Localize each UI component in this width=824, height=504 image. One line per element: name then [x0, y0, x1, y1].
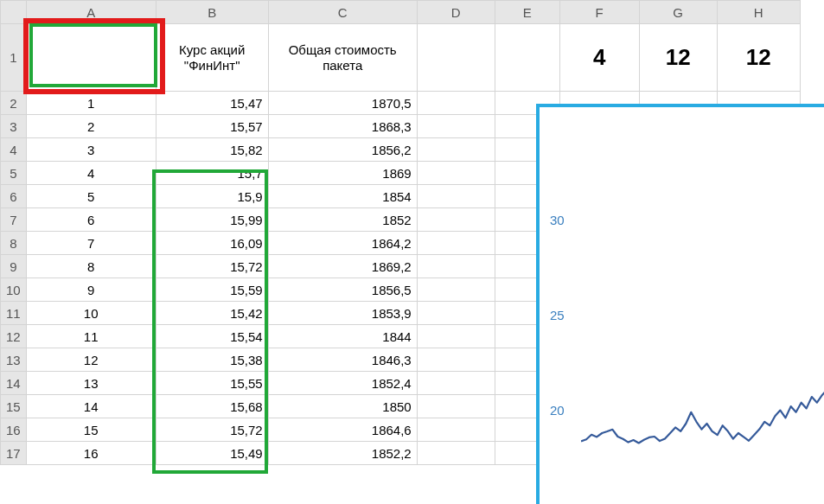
col-header-H[interactable]: H	[717, 1, 800, 24]
row-header[interactable]: 10	[1, 278, 27, 302]
cell-C[interactable]: 1852,4	[268, 372, 417, 395]
row-header[interactable]: 13	[1, 348, 27, 372]
cell-C[interactable]: 1856,2	[268, 138, 417, 162]
cell-B[interactable]: 15,9	[156, 185, 268, 208]
cell-D[interactable]	[417, 185, 495, 208]
cell-B[interactable]: 15,38	[156, 348, 268, 372]
row-header[interactable]: 9	[1, 255, 27, 278]
col-header-G[interactable]: G	[639, 1, 717, 24]
cell-C[interactable]: 1856,5	[268, 278, 417, 302]
embedded-chart[interactable]: 30 25 20	[536, 104, 824, 504]
cell-C[interactable]: 1852	[268, 208, 417, 232]
row-header[interactable]: 14	[1, 372, 27, 395]
cell-B[interactable]: 15,99	[156, 208, 268, 232]
row-header[interactable]: 11	[1, 302, 27, 325]
cell-B[interactable]: 15,55	[156, 372, 268, 395]
cell-C1[interactable]: Общая стоимость пакета	[268, 24, 417, 92]
cell-D[interactable]	[417, 232, 495, 255]
cell-C[interactable]: 1852,2	[268, 442, 417, 465]
cell-B[interactable]: 15,72	[156, 255, 268, 278]
cell-D[interactable]	[417, 442, 495, 465]
cell-C[interactable]: 1853,9	[268, 302, 417, 325]
cell-B[interactable]: 15,72	[156, 418, 268, 442]
cell-C[interactable]: 1870,5	[268, 92, 417, 115]
cell-C[interactable]: 1854	[268, 185, 417, 208]
cell-B[interactable]: 15,82	[156, 138, 268, 162]
cell-D[interactable]	[417, 162, 495, 185]
cell-C[interactable]: 1850	[268, 395, 417, 418]
row-header[interactable]: 12	[1, 325, 27, 348]
cell-A[interactable]: 6	[26, 208, 156, 232]
cell-A[interactable]: 8	[26, 255, 156, 278]
cell-D[interactable]	[417, 372, 495, 395]
cell-B[interactable]: 15,54	[156, 325, 268, 348]
chart-line-series	[581, 107, 824, 504]
cell-B[interactable]: 15,59	[156, 278, 268, 302]
cell-A[interactable]: 9	[26, 278, 156, 302]
cell-B[interactable]: 15,7	[156, 162, 268, 185]
cell-D[interactable]	[417, 418, 495, 442]
cell-F1[interactable]: 4	[559, 24, 639, 92]
cell-D[interactable]	[417, 325, 495, 348]
select-all-corner[interactable]	[1, 1, 27, 24]
row-header[interactable]: 7	[1, 208, 27, 232]
cell-D[interactable]	[417, 138, 495, 162]
cell-B[interactable]: 15,42	[156, 302, 268, 325]
cell-B[interactable]: 15,57	[156, 115, 268, 138]
cell-G1[interactable]: 12	[639, 24, 717, 92]
cell-B[interactable]: 15,49	[156, 442, 268, 465]
col-header-E[interactable]: E	[495, 1, 559, 24]
cell-D[interactable]	[417, 278, 495, 302]
cell-A[interactable]: 13	[26, 372, 156, 395]
col-header-B[interactable]: B	[156, 1, 268, 24]
cell-D1[interactable]	[417, 24, 495, 92]
row-header[interactable]: 15	[1, 395, 27, 418]
cell-D[interactable]	[417, 255, 495, 278]
cell-H1[interactable]: 12	[717, 24, 800, 92]
cell-C[interactable]: 1846,3	[268, 348, 417, 372]
cell-D[interactable]	[417, 395, 495, 418]
cell-A1[interactable]	[26, 24, 156, 92]
cell-A[interactable]: 14	[26, 395, 156, 418]
row-header[interactable]: 8	[1, 232, 27, 255]
cell-D[interactable]	[417, 92, 495, 115]
cell-A[interactable]: 15	[26, 418, 156, 442]
cell-E1[interactable]	[495, 24, 559, 92]
row-header[interactable]: 16	[1, 418, 27, 442]
col-header-A[interactable]: A	[26, 1, 156, 24]
row-header-1[interactable]: 1	[1, 24, 27, 92]
cell-D[interactable]	[417, 208, 495, 232]
row-header[interactable]: 3	[1, 115, 27, 138]
cell-A[interactable]: 16	[26, 442, 156, 465]
cell-A[interactable]: 4	[26, 162, 156, 185]
cell-A[interactable]: 5	[26, 185, 156, 208]
cell-B[interactable]: 16,09	[156, 232, 268, 255]
cell-C[interactable]: 1868,3	[268, 115, 417, 138]
col-header-D[interactable]: D	[417, 1, 495, 24]
cell-D[interactable]	[417, 115, 495, 138]
row-header[interactable]: 2	[1, 92, 27, 115]
cell-C[interactable]: 1864,6	[268, 418, 417, 442]
cell-C[interactable]: 1844	[268, 325, 417, 348]
row-header[interactable]: 4	[1, 138, 27, 162]
cell-A[interactable]: 2	[26, 115, 156, 138]
cell-C[interactable]: 1869	[268, 162, 417, 185]
cell-A[interactable]: 7	[26, 232, 156, 255]
row-header[interactable]: 5	[1, 162, 27, 185]
cell-A[interactable]: 1	[26, 92, 156, 115]
cell-B[interactable]: 15,68	[156, 395, 268, 418]
cell-A[interactable]: 3	[26, 138, 156, 162]
cell-C[interactable]: 1864,2	[268, 232, 417, 255]
cell-A[interactable]: 12	[26, 348, 156, 372]
cell-B[interactable]: 15,47	[156, 92, 268, 115]
cell-C[interactable]: 1869,2	[268, 255, 417, 278]
row-header[interactable]: 17	[1, 442, 27, 465]
cell-B1[interactable]: Курс акций "ФинИнт"	[156, 24, 268, 92]
col-header-C[interactable]: C	[268, 1, 417, 24]
col-header-F[interactable]: F	[559, 1, 639, 24]
cell-A[interactable]: 10	[26, 302, 156, 325]
cell-D[interactable]	[417, 348, 495, 372]
row-header[interactable]: 6	[1, 185, 27, 208]
cell-A[interactable]: 11	[26, 325, 156, 348]
cell-D[interactable]	[417, 302, 495, 325]
